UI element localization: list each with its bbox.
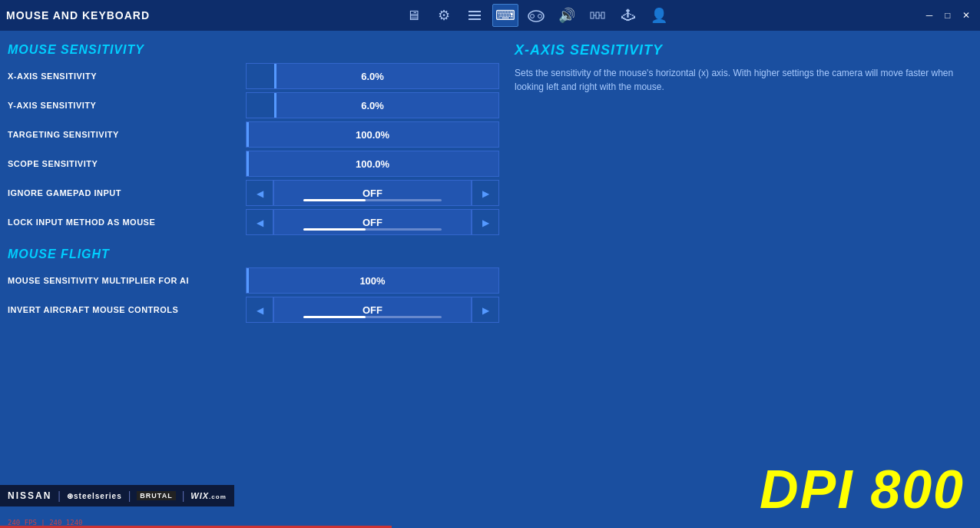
help-title: X-AXIS SENSITIVITY (515, 42, 965, 58)
divider-1: | (58, 490, 61, 502)
targeting-sensitivity-slider[interactable]: 100.0% (246, 121, 499, 148)
invert-aircraft-value: OFF (363, 304, 382, 316)
wix-logo: WIX.com (190, 491, 226, 500)
window-controls: ─ □ ✕ (922, 8, 974, 23)
mouse-multiplier-value: 100% (359, 275, 385, 287)
lock-input-value: OFF (363, 217, 382, 228)
x-axis-sensitivity-row: X-AXIS SENSITIVITY 6.0% (0, 61, 499, 91)
mouse-multiplier-label: MOUSE SENSITIVITY MULTIPLIER FOR AI (0, 276, 246, 285)
nav-monitor-icon[interactable]: 🖥 (400, 4, 426, 27)
ignore-gamepad-control: OFF (246, 180, 499, 206)
ignore-gamepad-value: OFF (363, 188, 382, 199)
svg-rect-0 (468, 11, 481, 12)
divider-2: | (128, 490, 131, 502)
mouse-flight-header: MOUSE FLIGHT (0, 243, 499, 266)
invert-aircraft-prev-button[interactable] (246, 297, 273, 323)
main-content: MOUSE SENSITIVITY X-AXIS SENSITIVITY 6.0… (0, 31, 980, 528)
ignore-gamepad-row: IGNORE GAMEPAD INPUT OFF (0, 178, 499, 208)
title-bar: MOUSE AND KEYBOARD 🖥 ⚙ ⌨ 🔊 🕹 👤 ─ □ ✕ (0, 0, 980, 31)
svg-point-5 (538, 15, 541, 18)
svg-rect-7 (596, 12, 599, 18)
lock-input-method-row: LOCK INPUT METHOD AS MOUSE OFF (0, 208, 499, 237)
scope-sensitivity-value: 100.0% (356, 158, 389, 170)
targeting-sensitivity-value: 100.0% (356, 129, 389, 141)
svg-rect-2 (468, 18, 481, 20)
right-panel: X-AXIS SENSITIVITY Sets the sensitivity … (499, 31, 980, 528)
nissan-logo: NISSAN (8, 490, 51, 501)
ignore-gamepad-label: IGNORE GAMEPAD INPUT (0, 188, 246, 198)
invert-aircraft-indicator (303, 316, 366, 318)
invert-aircraft-next-button[interactable] (472, 297, 499, 323)
lock-input-value-container: OFF (273, 209, 472, 235)
y-axis-sensitivity-row: Y-AXIS SENSITIVITY 6.0% (0, 91, 499, 120)
close-button[interactable]: ✕ (958, 8, 974, 23)
window-title: MOUSE AND KEYBOARD (6, 9, 150, 22)
dpi-watermark: DPI 800 (760, 459, 965, 520)
mouse-flight-section: MOUSE FLIGHT MOUSE SENSITIVITY MULTIPLIE… (0, 243, 499, 324)
mouse-sensitivity-header: MOUSE SENSITIVITY (0, 38, 499, 61)
scope-sensitivity-slider[interactable]: 100.0% (246, 151, 499, 177)
invert-aircraft-bar (303, 316, 441, 318)
mouse-multiplier-row: MOUSE SENSITIVITY MULTIPLIER FOR AI 100% (0, 266, 499, 295)
ignore-gamepad-toggle: OFF (246, 180, 499, 206)
invert-aircraft-control: OFF (246, 297, 499, 323)
nav-keyboard-icon[interactable]: ⌨ (492, 4, 518, 27)
lock-input-prev-button[interactable] (246, 209, 273, 235)
mouse-multiplier-control: 100% (246, 267, 499, 294)
nav-sound-icon[interactable]: 🔊 (554, 4, 580, 27)
nav-gear-icon[interactable]: ⚙ (431, 4, 457, 27)
sponsors-bar: NISSAN | ⊛steelseries | BRUTAL | WIX.com (0, 485, 234, 506)
x-axis-sensitivity-label: X-AXIS SENSITIVITY (0, 71, 246, 81)
lock-input-method-label: LOCK INPUT METHOD AS MOUSE (0, 218, 246, 227)
x-axis-sensitivity-slider[interactable]: 6.0% (246, 63, 499, 89)
divider-3: | (182, 490, 185, 502)
y-axis-sensitivity-slider[interactable]: 6.0% (246, 92, 499, 118)
lock-input-bar (303, 228, 441, 231)
help-description: Sets the sensitivity of the mouse's hori… (515, 66, 965, 94)
y-axis-sensitivity-value: 6.0% (361, 100, 384, 111)
x-axis-sensitivity-control: 6.0% (246, 63, 499, 89)
ignore-gamepad-prev-button[interactable] (246, 180, 273, 206)
ignore-gamepad-indicator (303, 199, 366, 201)
scope-sensitivity-row: SCOPE SENSITIVITY 100.0% (0, 149, 499, 178)
maximize-button[interactable]: □ (940, 8, 955, 23)
brutal-logo: BRUTAL (137, 491, 175, 500)
nav-list-icon[interactable] (462, 4, 488, 27)
ignore-gamepad-bar (303, 199, 441, 201)
x-axis-sensitivity-value: 6.0% (361, 71, 384, 82)
nav-gamepad-icon[interactable]: 🕹 (615, 4, 641, 27)
svg-rect-8 (601, 12, 604, 18)
left-panel: MOUSE SENSITIVITY X-AXIS SENSITIVITY 6.0… (0, 31, 499, 528)
nav-controller-icon[interactable] (523, 4, 549, 27)
invert-aircraft-label: INVERT AIRCRAFT MOUSE CONTROLS (0, 305, 246, 314)
lock-input-next-button[interactable] (472, 209, 499, 235)
nav-user-icon[interactable]: 👤 (646, 4, 672, 27)
targeting-sensitivity-row: TARGETING SENSITIVITY 100.0% (0, 120, 499, 149)
invert-aircraft-value-container: OFF (273, 297, 472, 323)
targeting-sensitivity-control: 100.0% (246, 121, 499, 148)
ignore-gamepad-value-container: OFF (273, 180, 472, 206)
lock-input-method-control: OFF (246, 209, 499, 235)
minimize-button[interactable]: ─ (922, 8, 937, 23)
nav-icons: 🖥 ⚙ ⌨ 🔊 🕹 👤 (400, 4, 672, 27)
lock-input-indicator (303, 228, 366, 231)
y-axis-sensitivity-label: Y-AXIS SENSITIVITY (0, 101, 246, 110)
invert-aircraft-row: INVERT AIRCRAFT MOUSE CONTROLS OFF (0, 295, 499, 324)
scope-sensitivity-label: SCOPE SENSITIVITY (0, 159, 246, 168)
svg-rect-6 (591, 12, 594, 18)
svg-point-4 (530, 15, 534, 18)
invert-aircraft-toggle: OFF (246, 297, 499, 323)
targeting-sensitivity-label: TARGETING SENSITIVITY (0, 130, 246, 139)
mouse-multiplier-slider[interactable]: 100% (246, 267, 499, 294)
scope-sensitivity-control: 100.0% (246, 151, 499, 177)
ignore-gamepad-next-button[interactable] (472, 180, 499, 206)
steelseries-logo: ⊛steelseries (67, 492, 122, 500)
lock-input-method-toggle: OFF (246, 209, 499, 235)
y-axis-sensitivity-control: 6.0% (246, 92, 499, 118)
mouse-sensitivity-section: MOUSE SENSITIVITY X-AXIS SENSITIVITY 6.0… (0, 38, 499, 237)
nav-network-icon[interactable] (584, 4, 611, 27)
svg-rect-1 (468, 15, 481, 16)
